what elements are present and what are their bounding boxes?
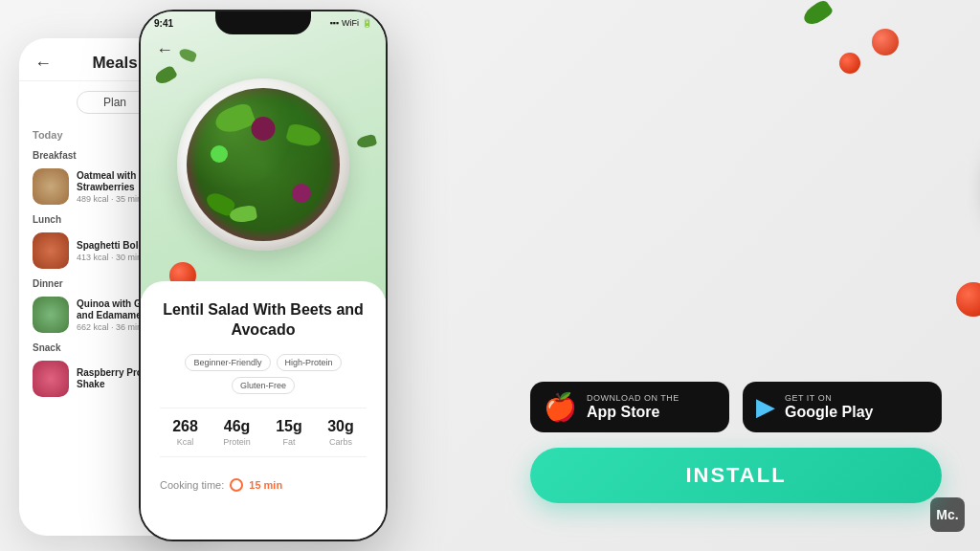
google-play-text: GET IT ON Google Play [785,393,873,421]
floating-leaf [153,64,178,86]
carbs-label: Carbs [327,437,354,447]
battery-icon: 🔋 [362,18,372,28]
cooking-time-value: 15 min [249,479,282,491]
apple-icon: 🍎 [544,391,577,423]
nutrition-protein: 46g Protein [223,418,251,447]
store-buttons: 🍎 Download on the App Store ▶ GET IT ON … [530,382,942,432]
cooking-time: Cooking time: 15 min [160,471,367,492]
floating-leaf [356,134,377,150]
signal-icon: ▪▪▪ [329,18,339,28]
back-button[interactable]: ← [156,40,173,60]
tags-row: Beginner-Friendly High-Protein Gluten-Fr… [160,354,367,394]
install-button[interactable]: INSTALL [530,448,942,503]
meal-thumbnail [33,361,69,397]
status-icons: ▪▪▪ WiFi 🔋 [329,18,372,28]
status-bar: 9:41 ▪▪▪ WiFi 🔋 [141,11,386,34]
fat-label: Fat [276,437,302,447]
nutrition-carbs: 30g Carbs [327,418,354,447]
status-time: 9:41 [154,18,173,29]
wifi-icon: WiFi [342,18,359,28]
plates-section: 🦐 🦐 [521,0,980,354]
floating-leaf [178,47,198,62]
left-phone-title: Meals [92,54,137,73]
main-phone: 9:41 ▪▪▪ WiFi 🔋 [139,10,388,541]
timer-icon [230,478,243,492]
info-panel: Lentil Salad With Beets and Avocado Begi… [141,281,386,540]
left-phone-back-icon[interactable]: ← [34,54,52,74]
nutrition-fat: 15g Fat [276,418,302,447]
protein-value: 46g [223,418,251,435]
nutrition-kcal: 268 Kcal [172,418,198,447]
tomato-decoration [839,53,860,74]
right-download-panel: 🍎 Download on the App Store ▶ GET IT ON … [530,382,942,503]
salad-content [187,88,340,241]
meal-thumbnail [33,168,69,205]
app-store-sub: Download on the [587,393,679,403]
play-icon: ▶ [756,392,775,422]
carbs-value: 30g [327,418,354,435]
app-store-text: Download on the App Store [587,393,679,421]
app-store-main: App Store [587,403,679,421]
kcal-label: Kcal [172,437,198,447]
google-play-sub: GET IT ON [785,393,873,403]
tag-beginner: Beginner-Friendly [185,354,270,371]
food-title: Lentil Salad With Beets and Avocado [160,300,367,341]
tomato-decoration [956,282,980,317]
google-play-button[interactable]: ▶ GET IT ON Google Play [743,382,942,432]
kcal-value: 268 [172,418,198,435]
protein-label: Protein [223,437,251,447]
tag-gluten: Gluten-Free [232,377,295,394]
meal-thumbnail [33,297,69,333]
leaf-decoration [801,0,835,29]
app-store-button[interactable]: 🍎 Download on the App Store [530,382,729,432]
nutrition-row: 268 Kcal 46g Protein 15g Fat 30g Carbs [160,408,367,457]
tomato-decoration [872,29,899,55]
bowl [177,78,349,251]
food-image [141,11,386,298]
meal-thumbnail [33,232,69,269]
fat-value: 15g [276,418,302,435]
tag-protein: High-Protein [277,354,342,371]
google-play-main: Google Play [785,403,873,421]
cooking-time-label: Cooking time: [160,479,224,491]
salad-bowl [177,78,349,251]
